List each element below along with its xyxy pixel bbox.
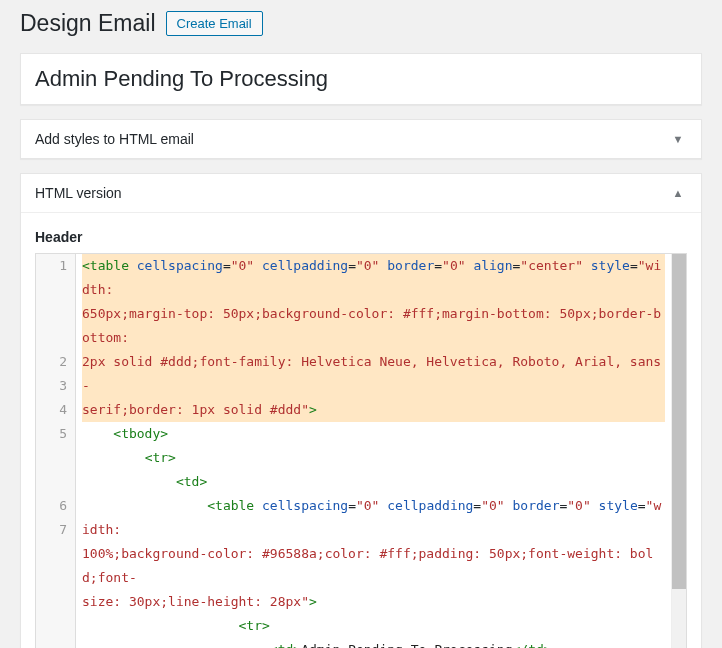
add-styles-title: Add styles to HTML email [35, 131, 194, 147]
header-scrollbar[interactable] [671, 254, 686, 648]
html-version-body: Header 1 2345 67 <table cellspacing="0" … [21, 212, 701, 648]
add-styles-header[interactable]: Add styles to HTML email ▼ [21, 120, 701, 158]
add-styles-accordion: Add styles to HTML email ▼ [20, 119, 702, 159]
chevron-up-icon[interactable]: ▲ [669, 184, 687, 202]
html-version-header[interactable]: HTML version ▲ [21, 174, 701, 212]
page-title: Design Email [20, 10, 156, 37]
chevron-down-icon[interactable]: ▼ [669, 130, 687, 148]
header-code-editor[interactable]: 1 2345 67 <table cellspacing="0" cellpad… [35, 253, 687, 648]
email-title-field[interactable]: Admin Pending To Processing [20, 53, 702, 105]
header-gutter: 1 2345 67 [36, 254, 76, 648]
html-version-title: HTML version [35, 185, 122, 201]
create-email-button[interactable]: Create Email [166, 11, 263, 36]
header-code-area[interactable]: <table cellspacing="0" cellpadding="0" b… [76, 254, 671, 648]
html-version-accordion: HTML version ▲ Header 1 2345 67 <table c… [20, 173, 702, 648]
scrollbar-thumb[interactable] [672, 254, 686, 589]
header-label: Header [35, 229, 687, 245]
page-header: Design Email Create Email [20, 10, 702, 37]
